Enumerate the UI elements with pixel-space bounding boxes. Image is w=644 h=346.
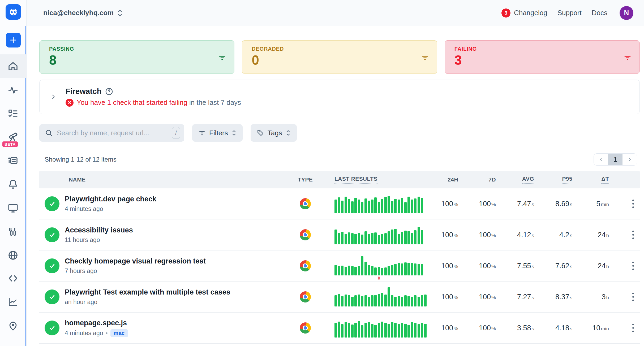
expand-chevron-icon[interactable]	[50, 93, 57, 101]
sidebar-item-alerts[interactable]	[0, 179, 26, 189]
passing-card[interactable]: PASSING 8	[39, 40, 234, 74]
row-menu-button[interactable]	[631, 198, 636, 210]
next-page-button[interactable]	[622, 154, 637, 165]
account-switcher[interactable]: nica@checklyhq.com	[43, 9, 123, 17]
status-passing-icon[interactable]	[45, 196, 59, 211]
last-results-chart[interactable]	[321, 318, 427, 338]
row-menu-button[interactable]	[631, 291, 636, 303]
last-results-chart[interactable]	[321, 194, 427, 213]
stat-24h: 100%	[427, 293, 458, 301]
last-run-time: 11 hours ago	[65, 236, 100, 244]
changelog-label: Changelog	[514, 9, 547, 17]
sidebar-item-home[interactable]	[0, 61, 26, 72]
support-link[interactable]: Support	[557, 9, 582, 17]
top-nav: 3 Changelog Support Docs N	[501, 6, 633, 20]
sidebar-item-snippets[interactable]	[0, 273, 26, 284]
status-cards: PASSING 8 DEGRADED 0 FAILING 3	[39, 40, 640, 74]
sidebar-item-run-log[interactable]	[0, 155, 26, 166]
filters-button[interactable]: Filters	[192, 124, 243, 142]
table-row: Playwright Test example with multiple te…	[39, 282, 640, 313]
filter-icon[interactable]	[218, 54, 226, 62]
pagination: 1	[594, 153, 637, 166]
degraded-label: DEGRADED	[252, 46, 429, 52]
sidebar-item-checks[interactable]	[0, 108, 26, 119]
row-menu-button[interactable]	[631, 322, 636, 334]
failed-run-dot[interactable]	[378, 276, 380, 280]
search-input[interactable]	[57, 129, 172, 137]
check-name-link[interactable]: homepage.spec.js	[65, 319, 289, 327]
chevrons-updown-icon	[286, 129, 290, 136]
stat-24h: 100%	[427, 231, 458, 239]
row-menu-button[interactable]	[631, 260, 636, 272]
changelog-link[interactable]: 3 Changelog	[501, 8, 547, 18]
stat-avg: 7.27s	[496, 293, 534, 301]
sidebar-item-analytics[interactable]	[0, 297, 26, 307]
stat-dt: 24h	[572, 262, 609, 270]
table-header: NAME TYPE LAST RESULTS 24H 7D AVG P95 ΔT	[39, 171, 640, 188]
failing-count: 3	[454, 53, 632, 68]
degraded-card[interactable]: DEGRADED 0	[242, 40, 437, 74]
tags-label: Tags	[268, 129, 282, 137]
passing-count: 8	[49, 53, 226, 68]
docs-link[interactable]: Docs	[592, 9, 607, 17]
check-name-link[interactable]: Playwright.dev page check	[65, 195, 289, 203]
create-new-button[interactable]	[6, 33, 21, 47]
checks-table: NAME TYPE LAST RESULTS 24H 7D AVG P95 ΔT…	[39, 171, 640, 344]
stat-24h: 100%	[427, 324, 458, 332]
stat-p95: 8.37s	[534, 293, 572, 301]
stat-p95: 7.62s	[534, 262, 572, 270]
current-page[interactable]: 1	[608, 154, 622, 165]
sidebar-item-maintenance[interactable]	[0, 226, 26, 237]
failing-label: FAILING	[454, 46, 632, 52]
line-chart-icon	[8, 297, 18, 307]
prev-page-button[interactable]	[594, 154, 608, 165]
stat-24h: 100%	[427, 262, 458, 270]
table-row: homepage.spec.js 4 minutes ago • mac 100…	[39, 313, 640, 344]
filter-icon[interactable]	[624, 54, 632, 62]
tags-button[interactable]: Tags	[251, 124, 297, 142]
stat-24h: 100%	[427, 200, 458, 208]
col-7d: 7D	[458, 176, 496, 183]
status-passing-icon[interactable]	[45, 321, 59, 335]
failing-card[interactable]: FAILING 3	[445, 40, 640, 74]
sidebar-item-locations[interactable]	[0, 321, 26, 331]
row-menu-button[interactable]	[631, 229, 636, 241]
check-name-link[interactable]: Checkly homepage visual regression test	[65, 257, 289, 265]
browser-check-icon	[300, 260, 311, 271]
sidebar-item-explore-beta[interactable]	[0, 131, 26, 142]
status-passing-icon[interactable]	[45, 227, 59, 242]
col-p95: P95	[562, 176, 572, 184]
sidebar-item-dashboards[interactable]	[0, 203, 26, 213]
stat-7d: 100%	[458, 231, 496, 239]
search-box[interactable]: /	[39, 124, 184, 142]
sidebar-item-monitoring[interactable]	[0, 85, 26, 96]
status-passing-icon[interactable]	[45, 258, 59, 273]
last-results-chart[interactable]	[321, 256, 427, 275]
check-name-link[interactable]: Playwright Test example with multiple te…	[65, 288, 289, 296]
firewatch-title: Firewatch	[66, 87, 101, 96]
status-passing-icon[interactable]	[45, 289, 59, 304]
table-row: Playwright.dev page check 4 minutes ago …	[39, 188, 640, 219]
checkly-logo[interactable]	[6, 4, 21, 20]
browser-check-icon	[300, 229, 311, 240]
top-bar: nica@checklyhq.com 3 Changelog Support D…	[27, 0, 644, 26]
last-results-chart[interactable]	[321, 287, 427, 306]
sidebar-item-private-locations[interactable]	[0, 250, 26, 261]
passing-label: PASSING	[49, 46, 226, 52]
browser-check-icon	[300, 291, 311, 302]
table-row: Accessibility issues 11 hours ago • 100%…	[39, 219, 640, 250]
help-icon[interactable]	[105, 88, 113, 96]
user-avatar[interactable]: N	[620, 6, 633, 20]
last-results-chart[interactable]	[321, 225, 427, 244]
browser-check-icon	[300, 198, 311, 209]
col-dt: ΔT	[601, 176, 609, 184]
stat-p95: 8.69s	[534, 200, 572, 208]
home-icon	[8, 61, 18, 72]
table-body: Playwright.dev page check 4 minutes ago …	[39, 188, 640, 344]
stat-p95: 4.18s	[534, 324, 572, 332]
check-name-link[interactable]: Accessibility issues	[65, 226, 289, 234]
telescope-icon	[7, 131, 19, 142]
sidebar: BETA	[0, 0, 27, 346]
filter-icon[interactable]	[421, 54, 429, 62]
tag-badge: mac	[110, 329, 128, 337]
